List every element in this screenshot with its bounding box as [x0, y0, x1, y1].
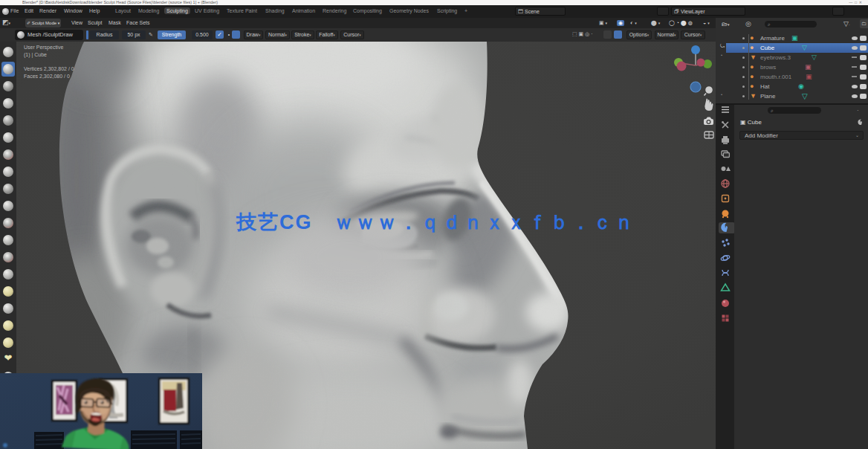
svg-text:Vertices 2,302,802 / 0: Vertices 2,302,802 / 0 [24, 66, 74, 71]
svg-text:Faces 2,302,080 / 0: Faces 2,302,080 / 0 [24, 74, 70, 79]
svg-text:User Perspective: User Perspective [24, 45, 63, 51]
svg-text:(1) | Cube: (1) | Cube [24, 52, 47, 58]
